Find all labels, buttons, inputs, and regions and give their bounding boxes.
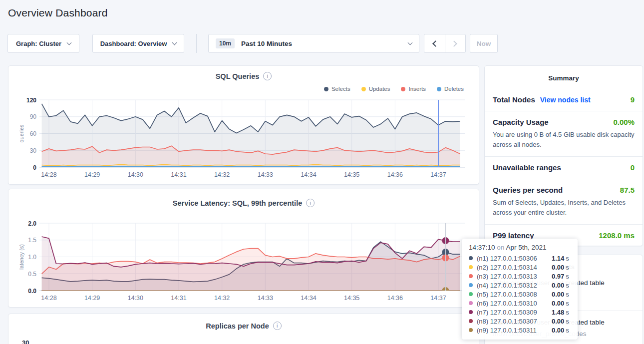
svg-text:14:35: 14:35: [344, 295, 359, 302]
info-icon[interactable]: i: [263, 72, 272, 80]
node-address: (n9) 127.0.0.1:50311: [477, 327, 552, 334]
tooltip-date: Apr 5th, 2021: [506, 244, 546, 251]
dashboard-dropdown-label: Dashboard: Overview: [100, 40, 167, 47]
node-latency-unit: s: [566, 300, 569, 307]
chevron-left-icon: [432, 40, 439, 47]
node-color-dot: [469, 328, 473, 332]
node-color-dot: [469, 283, 473, 287]
info-icon[interactable]: i: [273, 322, 282, 330]
summary-row-total-nodes: Total Nodes View nodes list 9: [485, 89, 643, 111]
queries-per-second-description: Sum of Selects, Updates, Inserts, and De…: [493, 198, 635, 217]
time-range-label: Past 10 Minutes: [241, 40, 292, 47]
tooltip-row: (n7) 127.0.0.1:503091.48s: [469, 308, 571, 317]
svg-text:14:32: 14:32: [214, 295, 230, 302]
node-address: (n3) 127.0.0.1:50313: [477, 273, 552, 280]
legend-dot: [437, 87, 441, 91]
view-nodes-list-link[interactable]: View nodes list: [540, 96, 591, 104]
total-nodes-value: 9: [631, 95, 635, 104]
tooltip-timestamp: 14:37:10 on Apr 5th, 2021: [469, 244, 571, 251]
chevron-right-icon: [451, 40, 457, 47]
graph-dropdown[interactable]: Graph: Cluster: [7, 34, 79, 53]
node-latency-value: 1.14: [552, 255, 564, 262]
svg-text:queries: queries: [18, 124, 24, 143]
graph-dropdown-label: Graph: Cluster: [16, 40, 61, 47]
summary-title: Summary: [485, 66, 643, 89]
svg-text:14:32: 14:32: [214, 171, 230, 178]
svg-text:14:30: 14:30: [128, 295, 143, 302]
tooltip-row: (n4) 127.0.0.1:503120.00s: [469, 281, 571, 290]
service-latency-chart-card: Service Latency: SQL, 99th percentile i …: [8, 189, 479, 308]
node-address: (n2) 127.0.0.1:50314: [477, 264, 552, 271]
node-address: (n6) 127.0.0.1:50310: [477, 300, 552, 307]
legend-dot: [324, 87, 328, 91]
legend-item-inserts[interactable]: Inserts: [401, 86, 426, 92]
time-range-picker[interactable]: 10m Past 10 Minutes: [208, 34, 419, 53]
chevron-down-icon: [172, 40, 177, 45]
tooltip-row: (n8) 127.0.0.1:503070.00s: [469, 317, 571, 326]
chart-hover-tooltip: 14:37:10 on Apr 5th, 2021 (n1) 127.0.0.1…: [462, 239, 578, 340]
tooltip-row: (n2) 127.0.0.1:503140.00s: [469, 263, 571, 272]
node-latency-unit: s: [566, 264, 569, 271]
time-prev-button[interactable]: [424, 34, 445, 52]
unavailable-ranges-value: 0: [631, 163, 635, 172]
dashboard-dropdown[interactable]: Dashboard: Overview: [92, 34, 184, 53]
time-range-badge: 10m: [216, 38, 235, 48]
service-latency-plot[interactable]: 0.00.51.01.52.014:2814:2914:3014:3114:32…: [8, 189, 480, 310]
sql-queries-plot[interactable]: 030609012014:2814:2914:3014:3114:3214:33…: [8, 66, 480, 187]
svg-text:14:36: 14:36: [387, 171, 403, 178]
summary-row-capacity-usage: Capacity Usage 0.00% You are using 0 B o…: [485, 111, 643, 156]
legend-dot: [361, 87, 366, 91]
svg-text:1.5: 1.5: [28, 237, 36, 244]
tooltip-row: (n3) 127.0.0.1:503130.97s: [469, 272, 571, 281]
node-latency-value: 0.00: [552, 300, 564, 307]
chevron-down-icon: [408, 40, 413, 45]
svg-text:14:29: 14:29: [84, 295, 100, 302]
svg-text:14:33: 14:33: [258, 295, 273, 302]
node-latency-unit: s: [566, 318, 569, 325]
node-latency-value: 0.00: [552, 318, 564, 325]
node-latency-unit: s: [566, 273, 569, 280]
node-color-dot: [469, 301, 473, 305]
legend-label: Updates: [369, 86, 390, 92]
capacity-usage-value: 0.00%: [613, 118, 635, 126]
node-latency-unit: s: [566, 291, 569, 298]
svg-text:14:34: 14:34: [301, 295, 316, 302]
svg-text:14:31: 14:31: [171, 171, 186, 178]
tooltip-row: (n6) 127.0.0.1:503100.00s: [469, 299, 571, 308]
svg-text:90: 90: [30, 113, 37, 120]
svg-text:60: 60: [30, 130, 37, 137]
node-address: (n5) 127.0.0.1:50308: [477, 291, 552, 298]
replicas-ytick-partial: 30: [22, 339, 29, 344]
info-icon[interactable]: i: [306, 199, 315, 207]
svg-text:14:31: 14:31: [171, 295, 186, 302]
now-button[interactable]: Now: [470, 34, 498, 53]
svg-text:14:30: 14:30: [128, 171, 143, 178]
svg-text:0.5: 0.5: [28, 271, 36, 278]
svg-text:14:34: 14:34: [301, 171, 316, 178]
legend-label: Deletes: [444, 86, 464, 92]
service-latency-chart-title: Service Latency: SQL, 99th percentile: [173, 199, 303, 207]
svg-text:14:29: 14:29: [84, 171, 100, 178]
tooltip-on: on: [497, 244, 504, 251]
node-color-dot: [469, 274, 473, 278]
chart-legend: SelectsUpdatesInsertsDeletes: [324, 86, 464, 92]
node-color-dot: [469, 292, 473, 296]
page-title: Overview Dashboard: [8, 7, 108, 19]
svg-text:0: 0: [33, 164, 36, 171]
node-address: (n4) 127.0.0.1:50312: [477, 282, 552, 289]
legend-item-selects[interactable]: Selects: [324, 86, 350, 92]
time-step-group: [424, 34, 466, 53]
svg-text:14:37: 14:37: [430, 171, 446, 178]
node-address: (n1) 127.0.0.1:50306: [477, 255, 552, 262]
svg-text:latency (s): latency (s): [18, 244, 24, 270]
node-color-dot: [469, 256, 473, 260]
node-latency-value: 0.00: [552, 282, 564, 289]
node-color-dot: [469, 265, 473, 269]
node-color-dot: [469, 319, 473, 323]
legend-item-deletes[interactable]: Deletes: [437, 86, 464, 92]
tooltip-rows: (n1) 127.0.0.1:503061.14s(n2) 127.0.0.1:…: [469, 254, 571, 335]
legend-item-updates[interactable]: Updates: [361, 86, 390, 92]
time-next-button[interactable]: [445, 34, 466, 52]
svg-text:30: 30: [30, 147, 37, 154]
summary-row-unavailable-ranges: Unavailable ranges 0: [485, 156, 643, 179]
